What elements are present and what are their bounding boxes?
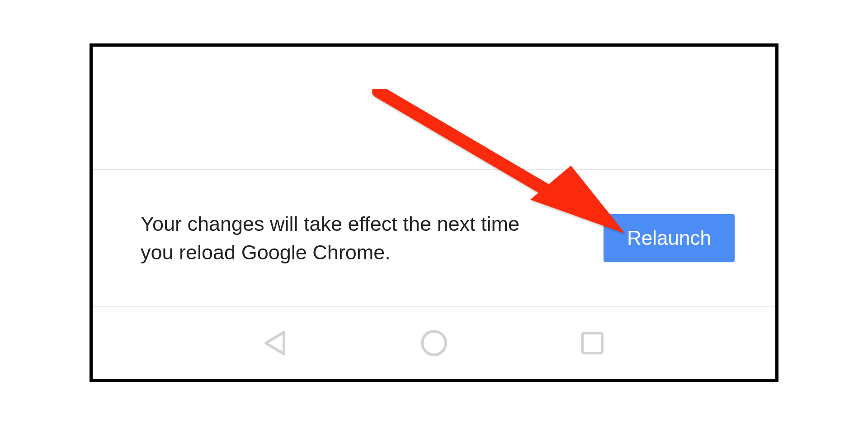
android-nav-bar (93, 307, 775, 379)
banner-message: Your changes will take effect the next t… (141, 210, 547, 267)
relaunch-button[interactable]: Relaunch (604, 214, 735, 262)
svg-marker-0 (266, 332, 284, 354)
svg-rect-2 (582, 333, 602, 353)
top-empty-area (93, 47, 775, 170)
svg-point-1 (422, 331, 446, 355)
screenshot-frame: Your changes will take effect the next t… (90, 43, 778, 382)
home-circle-icon[interactable] (415, 325, 453, 362)
recent-square-icon[interactable] (574, 325, 611, 362)
reload-banner: Your changes will take effect the next t… (93, 170, 775, 307)
back-triangle-icon[interactable] (257, 325, 294, 362)
